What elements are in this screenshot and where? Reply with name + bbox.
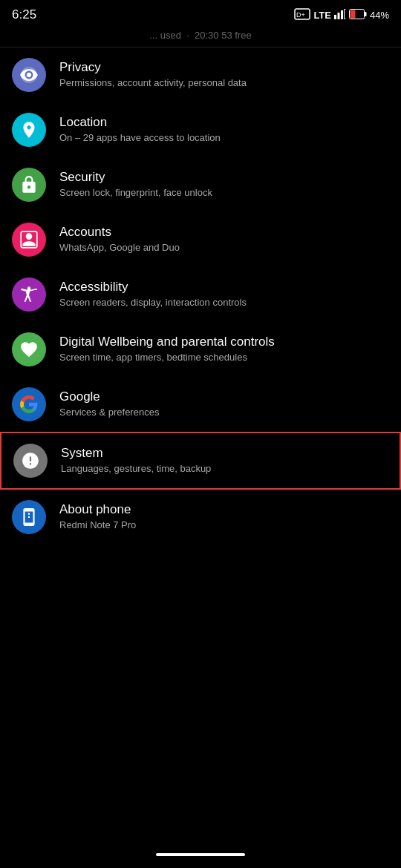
settings-item-google[interactable]: GoogleServices & preferences [0,377,401,432]
top-strip-text: ... used · 20:30 53 free [12,30,389,41]
location-text: LocationOn – 29 apps have access to loca… [59,115,389,145]
settings-item-about-phone[interactable]: About phoneRedmi Note 7 Pro [0,490,401,545]
security-title: Security [59,170,389,185]
accessibility-text: AccessibilityScreen readers, display, in… [59,280,389,309]
accounts-subtitle: WhatsApp, Google and Duo [59,242,389,254]
google-subtitle: Services & preferences [59,407,389,419]
system-icon [13,444,48,478]
settings-item-system[interactable]: SystemLanguages, gestures, time, backup [0,432,401,490]
svg-rect-3 [337,13,339,19]
svg-text:D+: D+ [296,11,305,19]
lte-label: LTE [313,10,331,21]
google-icon [12,387,46,421]
location-title: Location [59,115,389,130]
svg-rect-5 [344,9,346,19]
status-time: 6:25 [12,7,36,22]
digital-wellbeing-title: Digital Wellbeing and parental controls [59,335,389,349]
svg-rect-8 [350,10,355,18]
privacy-subtitle: Permissions, account activity, personal … [59,77,389,90]
battery-percent: 44% [370,10,389,21]
battery-icon [349,9,367,22]
security-text: SecurityScreen lock, fingerprint, face u… [59,170,389,200]
settings-item-digital-wellbeing[interactable]: Digital Wellbeing and parental controlsS… [0,322,401,377]
accounts-text: AccountsWhatsApp, Google and Duo [59,225,389,254]
system-title: System [61,446,388,461]
location-icon [12,113,46,147]
system-subtitle: Languages, gestures, time, backup [61,463,388,476]
accessibility-title: Accessibility [59,280,389,295]
settings-item-accessibility[interactable]: AccessibilityScreen readers, display, in… [0,267,401,322]
status-icons: D+ LTE 44% [294,7,389,23]
about-phone-subtitle: Redmi Note 7 Pro [59,519,389,532]
location-subtitle: On – 29 apps have access to location [59,132,389,145]
accounts-title: Accounts [59,225,389,240]
about-phone-title: About phone [59,502,389,517]
about-phone-text: About phoneRedmi Note 7 Pro [59,502,389,532]
about-phone-icon [12,500,46,534]
bottom-bar [0,841,401,868]
google-text: GoogleServices & preferences [59,389,389,419]
digital-wellbeing-subtitle: Screen time, app timers, bedtime schedul… [59,352,389,364]
settings-item-security[interactable]: SecurityScreen lock, fingerprint, face u… [0,157,401,212]
system-text: SystemLanguages, gestures, time, backup [61,446,388,476]
security-subtitle: Screen lock, fingerprint, face unlock [59,187,389,200]
privacy-text: PrivacyPermissions, account activity, pe… [59,60,389,90]
settings-item-accounts[interactable]: AccountsWhatsApp, Google and Duo [0,212,401,267]
home-indicator [156,853,245,856]
digital-wellbeing-text: Digital Wellbeing and parental controlsS… [59,335,389,364]
google-title: Google [59,389,389,404]
settings-item-location[interactable]: LocationOn – 29 apps have access to loca… [0,102,401,157]
settings-list: PrivacyPermissions, account activity, pe… [0,47,401,545]
signal-icon [334,9,346,22]
disney-icon: D+ [294,7,310,23]
top-strip: ... used · 20:30 53 free [0,27,401,47]
accessibility-subtitle: Screen readers, display, interaction con… [59,297,389,309]
privacy-title: Privacy [59,60,389,75]
settings-item-privacy[interactable]: PrivacyPermissions, account activity, pe… [0,47,401,102]
accounts-icon [12,223,46,257]
svg-rect-7 [365,12,367,16]
accessibility-icon [12,277,46,312]
privacy-icon [12,58,46,92]
svg-rect-4 [341,10,343,19]
svg-rect-2 [334,15,336,19]
security-icon [12,168,46,202]
digital-wellbeing-icon [12,332,46,366]
status-bar: 6:25 D+ LTE 44% [0,0,401,27]
